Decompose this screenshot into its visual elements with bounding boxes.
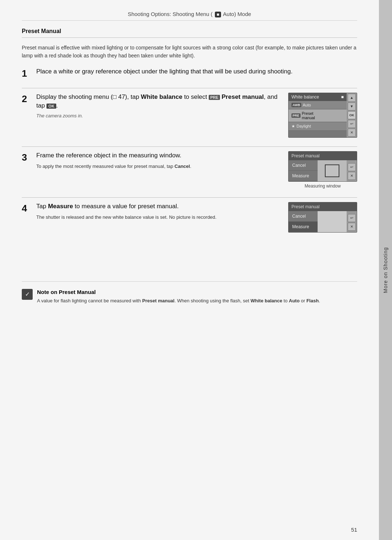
- step-4-note: The shutter is released and the new whit…: [36, 214, 281, 221]
- preset-btn-close-3[interactable]: ✕: [348, 172, 356, 180]
- step-1-instruction: Place a white or gray reference object u…: [36, 67, 357, 76]
- title-divider: [22, 37, 357, 38]
- step-3-main: Frame the reference object in the measur…: [36, 151, 357, 189]
- step-3-content: Frame the reference object in the measur…: [36, 151, 357, 189]
- page-header: Shooting Options: Shooting Menu ( ■ Auto…: [22, 11, 357, 21]
- preset-header-4: Preset manual: [289, 202, 357, 211]
- menu-item-preset[interactable]: PRE Presetmanual: [289, 109, 347, 122]
- preview-area-3: [318, 160, 347, 181]
- preset-side-buttons-3: ↩ ✕: [347, 160, 357, 181]
- menu-title-icon: ■: [341, 94, 344, 100]
- camera-screen-preset-3: Preset manual Cancel Measure ↩: [288, 151, 357, 182]
- camera-icon: ■: [215, 12, 221, 17]
- side-tab-text: More on Shooting: [383, 247, 388, 293]
- btn-close[interactable]: ✕: [348, 129, 356, 137]
- daylight-icon: ★: [291, 124, 295, 129]
- step-separator-2: [22, 146, 357, 147]
- preset-btn-back-4[interactable]: ↩: [348, 214, 356, 222]
- note-content: Note on Preset Manual A value for flash …: [37, 289, 357, 305]
- step-3: 3 Frame the reference object in the meas…: [22, 151, 357, 189]
- camera-screen-preset-4: Preset manual Cancel Measure ↩ ✕: [288, 202, 357, 233]
- step-2: 2 Display the shooting menu (□ 47), tap …: [22, 93, 357, 138]
- menu-area: White balance ■ AWB Auto PRE Presetmanua…: [289, 93, 347, 137]
- preset-side-buttons-4: ↩ ✕: [347, 211, 357, 232]
- step-3-note: To apply the most recently measured valu…: [36, 163, 281, 170]
- preset-body-4: Cancel Measure ↩ ✕: [289, 211, 357, 232]
- menu-title: White balance ■: [289, 93, 347, 101]
- preset-menu-list-4: Cancel Measure: [289, 211, 318, 232]
- measure-btn-4[interactable]: Measure: [289, 222, 318, 232]
- cancel-btn-3[interactable]: Cancel: [289, 160, 318, 171]
- step-3-instruction: Frame the reference object in the measur…: [36, 151, 281, 160]
- camera-screen-wb: White balance ■ AWB Auto PRE Presetmanua…: [288, 93, 357, 138]
- step-2-instruction: Display the shooting menu (□ 47), tap Wh…: [36, 93, 281, 110]
- note-title: Note on Preset Manual: [37, 289, 357, 295]
- step-4-instruction: Tap Measure to measure a value for prese…: [36, 202, 281, 211]
- btn-ok[interactable]: OK: [348, 111, 356, 119]
- note-icon: ✓: [22, 289, 33, 300]
- awb-badge: AWB: [291, 103, 301, 107]
- step-1-content: Place a white or gray reference object u…: [36, 67, 357, 79]
- step-3-number: 3: [22, 151, 36, 163]
- main-content: Shooting Options: Shooting Menu ( ■ Auto…: [0, 0, 379, 540]
- step-1-number: 1: [22, 67, 36, 79]
- step-4-number: 4: [22, 202, 36, 214]
- preset-btn-back-3[interactable]: ↩: [348, 163, 356, 171]
- measuring-window-box: [325, 164, 339, 177]
- step-2-text: Display the shooting menu (□ 47), tap Wh…: [36, 93, 281, 118]
- intro-text: Preset manual is effective with mixed li…: [22, 44, 357, 60]
- step-4-main: Tap Measure to measure a value for prese…: [36, 202, 357, 233]
- side-buttons-wb: ▲ ▼ OK ↩ ✕: [347, 93, 357, 137]
- step-2-content: Display the shooting menu (□ 47), tap Wh…: [36, 93, 357, 138]
- step-separator-3: [22, 197, 357, 198]
- preset-screen-3: Preset manual Cancel Measure ↩: [288, 151, 357, 189]
- section-title: Preset Manual: [22, 28, 357, 35]
- btn-up[interactable]: ▲: [348, 94, 356, 102]
- white-balance-screen: White balance ■ AWB Auto PRE Presetmanua…: [288, 93, 357, 138]
- step-3-text: Frame the reference object in the measur…: [36, 151, 281, 170]
- step-2-sub-note: The camera zooms in.: [36, 113, 281, 118]
- daylight-label: Daylight: [297, 124, 311, 128]
- step-2-main: Display the shooting menu (□ 47), tap Wh…: [36, 93, 357, 138]
- step-1: 1 Place a white or gray reference object…: [22, 67, 357, 79]
- preset-screen-4: Preset manual Cancel Measure ↩ ✕: [288, 202, 357, 233]
- btn-back[interactable]: ↩: [348, 120, 356, 128]
- menu-item-daylight[interactable]: ★ Daylight: [289, 122, 347, 131]
- preset-menu-list-3: Cancel Measure: [289, 160, 318, 181]
- menu-title-text: White balance: [291, 94, 319, 100]
- step-2-number: 2: [22, 93, 36, 105]
- camera-screen-inner: White balance ■ AWB Auto PRE Presetmanua…: [289, 93, 357, 137]
- step-4-content: Tap Measure to measure a value for prese…: [36, 202, 357, 233]
- measuring-window-label: Measuring window: [305, 184, 340, 189]
- preset-body-3: Cancel Measure ↩ ✕: [289, 160, 357, 181]
- side-tab: More on Shooting: [379, 0, 392, 540]
- note-text: A value for flash lighting cannot be mea…: [37, 297, 357, 305]
- cancel-btn-4[interactable]: Cancel: [289, 211, 318, 222]
- measure-btn-3[interactable]: Measure: [289, 171, 318, 181]
- preset-header-3: Preset manual: [289, 152, 357, 160]
- step-separator-1: [22, 88, 357, 88]
- pre-badge: PRE: [291, 113, 301, 118]
- note-box: ✓ Note on Preset Manual A value for flas…: [22, 281, 357, 305]
- step-4: 4 Tap Measure to measure a value for pre…: [22, 202, 357, 233]
- header-text: Shooting Options: Shooting Menu (: [128, 11, 212, 17]
- auto-label: Auto: [303, 103, 311, 107]
- menu-item-auto[interactable]: AWB Auto: [289, 101, 347, 109]
- preset-btn-close-4[interactable]: ✕: [348, 223, 356, 231]
- btn-down[interactable]: ▼: [348, 102, 356, 110]
- header-text-end: Auto) Mode: [223, 11, 251, 17]
- page-number: 51: [351, 527, 357, 533]
- step-4-text: Tap Measure to measure a value for prese…: [36, 202, 281, 221]
- spacer: [22, 241, 357, 270]
- preset-label: Presetmanual: [302, 111, 315, 120]
- preview-area-4: [318, 211, 347, 232]
